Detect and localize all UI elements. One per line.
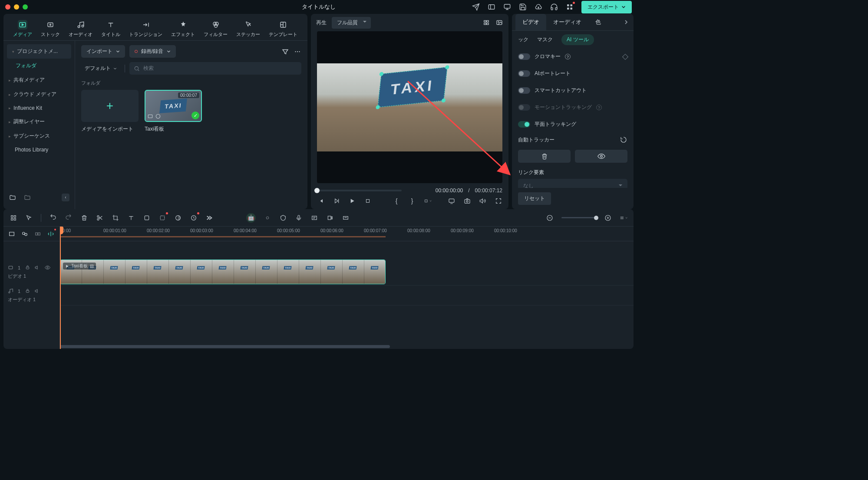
save-icon[interactable] (519, 3, 527, 11)
ai-avatar-icon[interactable]: 🤖 (246, 213, 256, 223)
handle-bl[interactable] (376, 105, 380, 109)
text-icon[interactable] (127, 214, 135, 222)
preview-tracker-button[interactable] (575, 150, 627, 163)
close-window[interactable] (5, 4, 10, 10)
audio-track-header[interactable]: 1 オーディオ 1 (3, 286, 59, 306)
preview-canvas[interactable]: TAXI (317, 31, 502, 183)
sort-dropdown[interactable]: デフォルト (81, 63, 120, 74)
new-folder-icon[interactable] (9, 194, 17, 201)
mark-in-icon[interactable]: { (393, 197, 400, 205)
display-icon[interactable] (448, 197, 455, 205)
more-tools-icon[interactable] (205, 214, 213, 222)
select-tool-icon[interactable] (25, 214, 33, 222)
sidebar-project-media[interactable]: ▾プロジェクトメ... (7, 44, 71, 59)
handle-br[interactable] (442, 98, 446, 102)
zoom-knob[interactable] (594, 216, 598, 220)
tab-sticker[interactable]: ステッカー (232, 17, 264, 40)
view-mode-icon[interactable] (620, 214, 627, 222)
link-element-select[interactable]: なし (518, 179, 627, 188)
image-view-icon[interactable] (495, 19, 503, 26)
undo-icon[interactable] (49, 214, 57, 222)
tab-audio[interactable]: オーディオ (64, 17, 97, 40)
send-icon[interactable] (472, 3, 480, 11)
sidebar-adjust[interactable]: ▸調整レイヤー (3, 115, 75, 129)
tab-stock[interactable]: ストック (36, 17, 64, 40)
sidebar-cloud[interactable]: ▸クラウド メディア (3, 87, 75, 102)
timeline-opt2-icon[interactable] (21, 230, 29, 238)
sidebar-folder[interactable]: フォルダ (3, 59, 75, 73)
toggle-portrait[interactable] (518, 70, 530, 77)
mark-out-icon[interactable]: } (408, 197, 416, 205)
audio-track-row[interactable] (60, 286, 634, 306)
speed-tool-icon[interactable] (190, 214, 198, 222)
stop-icon[interactable] (364, 197, 372, 205)
tabs-scroll-right[interactable] (622, 18, 630, 26)
fullscreen-icon[interactable] (495, 197, 502, 205)
redo-icon[interactable] (65, 214, 73, 222)
maximize-window[interactable] (23, 4, 28, 10)
crop-icon[interactable] (112, 214, 119, 222)
new-bin-icon[interactable] (23, 194, 31, 201)
export-button[interactable]: エクスポート (581, 1, 632, 13)
mask-tool-icon[interactable] (143, 214, 151, 222)
handle-tl[interactable] (379, 72, 383, 76)
color-tool-icon[interactable] (174, 214, 182, 222)
timeline-opt1-icon[interactable] (8, 230, 16, 238)
zoom-in-icon[interactable] (604, 214, 612, 222)
play-icon[interactable] (348, 197, 356, 205)
zoom-slider[interactable] (561, 217, 596, 218)
sidebar-subseq[interactable]: ▸サブシーケンス (3, 129, 75, 143)
snapshot-icon[interactable] (463, 197, 471, 205)
aspect-icon[interactable] (342, 214, 350, 222)
toggle-chroma[interactable] (518, 53, 530, 60)
shield-icon[interactable] (279, 214, 287, 222)
keyframe-icon[interactable] (622, 53, 628, 59)
seek-bar[interactable] (317, 190, 402, 191)
subtab-ai-tools[interactable]: AI ツール (561, 34, 594, 45)
crop-tool-icon[interactable] (424, 197, 432, 205)
split-icon[interactable] (96, 214, 104, 222)
subtab-mask[interactable]: マスク (537, 36, 553, 43)
sidebar-shared[interactable]: ▸共有メディア (3, 73, 75, 87)
sidebar-influence[interactable]: ▸Influence Kit (3, 102, 75, 115)
zoom-out-icon[interactable] (546, 214, 554, 222)
search-input[interactable]: 検索 (129, 62, 301, 75)
toggle-cutout[interactable] (518, 87, 530, 94)
record-dropdown[interactable]: 録画/録音 (129, 45, 176, 58)
play-clip-icon[interactable] (333, 197, 340, 205)
monitor-icon[interactable] (503, 3, 511, 11)
tab-template[interactable]: テンプレート (264, 17, 302, 40)
music-icon[interactable] (310, 214, 318, 222)
toolbox-icon[interactable] (10, 214, 17, 222)
auto-tool-icon[interactable] (158, 214, 166, 222)
seek-knob[interactable] (314, 188, 320, 193)
delete-icon[interactable] (80, 214, 88, 222)
insp-tab-video[interactable]: ビデオ (515, 14, 546, 30)
tab-title[interactable]: タイトル (97, 17, 125, 40)
sidebar-photos[interactable]: Photos Library (3, 143, 75, 156)
subtab-basic[interactable]: ック (518, 36, 528, 43)
timeline-opt3-icon[interactable] (34, 230, 42, 238)
cloud-icon[interactable] (535, 3, 542, 11)
import-tile[interactable]: + メディアをインポート (81, 90, 139, 133)
apps-icon[interactable] (566, 3, 574, 11)
timeline-opt4-icon[interactable] (47, 230, 55, 238)
tab-filter[interactable]: フィルター (199, 17, 232, 40)
media-clip-taxi[interactable]: TAXI 00:00:07 ✓ Taxi看板 (145, 90, 202, 133)
import-dropdown[interactable]: インポート (81, 45, 125, 58)
sparkle-icon[interactable] (264, 214, 271, 222)
panel-icon[interactable] (488, 3, 495, 11)
help-icon[interactable]: ? (565, 54, 571, 59)
timeline-ruler[interactable]: 00:0000:00:01:0000:00:02:0000:00:03:0000… (60, 227, 634, 241)
insp-tab-audio[interactable]: オーディオ (546, 14, 588, 30)
reset-tracker-icon[interactable] (620, 136, 627, 144)
timeline-scrollbar[interactable] (60, 345, 390, 348)
quality-select[interactable]: フル品質 (332, 17, 371, 29)
tab-transition[interactable]: トランジション (125, 17, 167, 40)
handle-tr[interactable] (445, 65, 449, 69)
mic-icon[interactable] (295, 214, 303, 222)
timeline-clip-taxi[interactable]: Taxi看板 (60, 260, 386, 284)
insp-tab-color[interactable]: 色 (588, 14, 608, 30)
collapse-sidebar[interactable] (62, 194, 69, 201)
tab-media[interactable]: メディア (9, 17, 36, 40)
